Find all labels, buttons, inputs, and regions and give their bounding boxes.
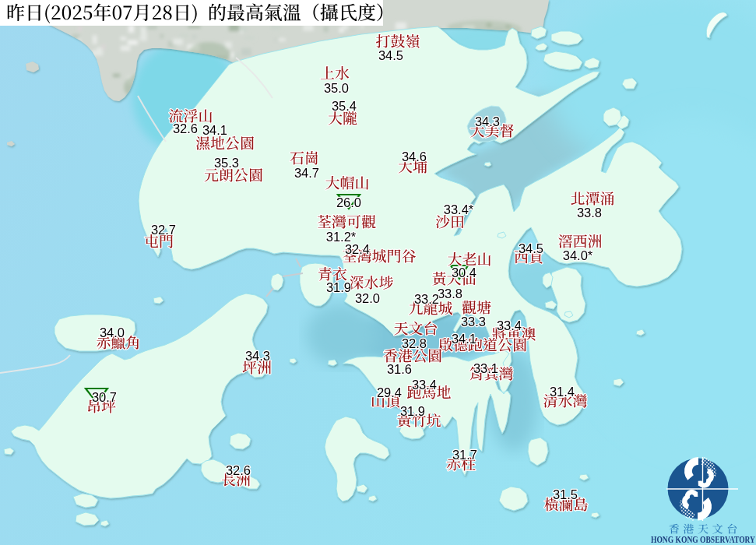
svg-text:33.1: 33.1 bbox=[473, 361, 498, 375]
svg-text:33.2: 33.2 bbox=[414, 292, 439, 306]
svg-text:34.1: 34.1 bbox=[202, 123, 227, 137]
svg-text:35.0: 35.0 bbox=[324, 81, 349, 95]
svg-text:31.5: 31.5 bbox=[553, 487, 578, 501]
svg-text:29.4: 29.4 bbox=[377, 385, 402, 399]
svg-text:34.1: 34.1 bbox=[452, 332, 476, 346]
svg-text:34.6: 34.6 bbox=[402, 149, 427, 164]
svg-text:31.6: 31.6 bbox=[387, 362, 412, 376]
svg-text:31.9: 31.9 bbox=[400, 404, 425, 418]
svg-text:33.4*: 33.4* bbox=[444, 202, 474, 216]
svg-text:33.3: 33.3 bbox=[461, 315, 486, 329]
svg-text:31.7: 31.7 bbox=[452, 448, 477, 462]
svg-text:33.8: 33.8 bbox=[577, 206, 602, 220]
svg-text:34.5: 34.5 bbox=[378, 48, 403, 62]
svg-text:34.5: 34.5 bbox=[519, 241, 543, 255]
svg-text:32.4: 32.4 bbox=[345, 242, 370, 256]
svg-text:33.8: 33.8 bbox=[438, 287, 462, 301]
svg-text:26.0: 26.0 bbox=[336, 195, 361, 209]
svg-text:32.0: 32.0 bbox=[355, 291, 380, 305]
svg-text:35.3: 35.3 bbox=[214, 156, 239, 170]
svg-text:31.9: 31.9 bbox=[326, 280, 351, 294]
svg-text:34.3: 34.3 bbox=[475, 114, 500, 128]
svg-text:31.4: 31.4 bbox=[550, 385, 575, 399]
svg-text:32.8: 32.8 bbox=[402, 336, 427, 350]
svg-text:33.4: 33.4 bbox=[412, 378, 437, 392]
svg-text:34.3: 34.3 bbox=[245, 349, 270, 363]
svg-text:32.6: 32.6 bbox=[226, 463, 251, 477]
svg-text:34.7: 34.7 bbox=[294, 166, 319, 180]
svg-text:32.7: 32.7 bbox=[151, 223, 176, 237]
svg-text:33.4: 33.4 bbox=[497, 318, 522, 332]
svg-text:30.7: 30.7 bbox=[92, 390, 117, 404]
svg-text:34.0: 34.0 bbox=[100, 325, 125, 339]
svg-text:35.4: 35.4 bbox=[332, 99, 357, 113]
svg-text:34.0*: 34.0* bbox=[563, 248, 593, 262]
svg-text:30.4: 30.4 bbox=[452, 265, 476, 280]
svg-text:HONG KONG OBSERVATORY: HONG KONG OBSERVATORY bbox=[651, 534, 755, 545]
svg-text:32.6: 32.6 bbox=[173, 121, 198, 135]
